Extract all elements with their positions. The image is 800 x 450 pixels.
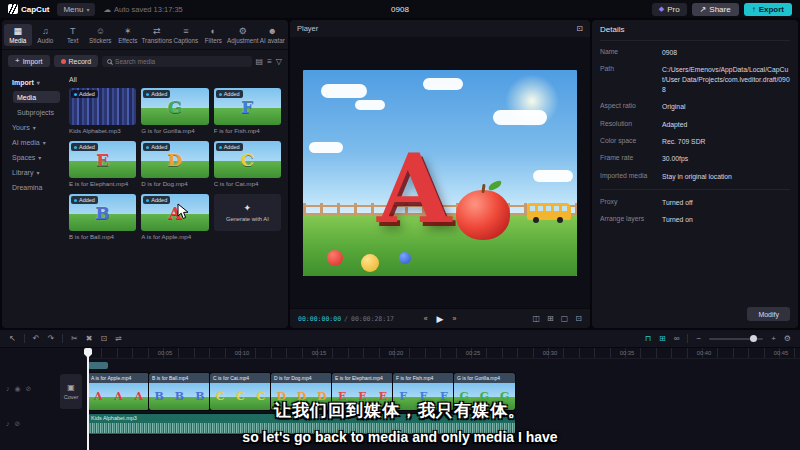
filter-icon[interactable]: ▽	[276, 57, 282, 66]
magnet-icon[interactable]: ⊓	[645, 334, 651, 343]
sidebar-item-library[interactable]: Library▾	[8, 166, 60, 178]
generate-ai-card[interactable]: ✦Generate with AI	[214, 194, 281, 240]
record-icon	[61, 59, 66, 64]
search-box[interactable]	[102, 56, 252, 67]
redo-icon[interactable]: ↷	[47, 334, 54, 343]
sidebar-item-ai-media[interactable]: AI media▾	[8, 136, 60, 148]
modify-button[interactable]: Modify	[747, 307, 790, 321]
video-track-head: ♪ ◉ ⊘	[6, 385, 31, 393]
ratio-icon[interactable]: ▢	[561, 314, 569, 323]
export-button[interactable]: ↑ Export	[744, 3, 792, 16]
tab-adjustment[interactable]: ⚙Adjustment	[227, 24, 259, 46]
expand-player-icon[interactable]: ⊡	[577, 24, 583, 33]
previous-frame-icon[interactable]: «	[424, 315, 428, 322]
lock-track-icon[interactable]: ⊘	[15, 420, 21, 428]
thumbnail-letter: G	[168, 97, 183, 117]
zoom-slider[interactable]	[709, 338, 763, 340]
timeline-settings-icon[interactable]: ⚙	[784, 334, 791, 343]
grid-view-icon[interactable]: ▤	[256, 57, 264, 66]
sidebar-item-label: Subprojects	[17, 109, 54, 116]
media-item[interactable]: DAddedD is for Dog.mp4	[141, 141, 208, 187]
share-button[interactable]: ↗ Share	[692, 3, 739, 16]
crop-icon[interactable]: ⊡	[101, 334, 108, 343]
media-item[interactable]: AAddedA is for Apple.mp4	[141, 194, 208, 240]
filmstrip-letter: A	[135, 390, 144, 403]
tab-transitions[interactable]: ⇄Transitions	[142, 24, 173, 46]
media-item[interactable]: GAddedG is for Gorilla.mp4	[141, 88, 208, 134]
player-controls: 00:00:00:00 / 00:00:28:17 « ▶ » ◫ ⊞ ▢ ⊡	[290, 308, 590, 328]
zoom-out-icon[interactable]: −	[696, 334, 701, 343]
timeline-video-clip[interactable]: E is for Elephant.mp4EEE	[332, 373, 393, 410]
clip-filmstrip: AAA	[88, 383, 149, 410]
zoom-in-icon[interactable]: +	[771, 334, 776, 343]
undo-icon[interactable]: ↶	[33, 334, 40, 343]
timeline-ruler[interactable]: 00:0500:1000:1500:2000:2500:3000:3500:40…	[86, 348, 800, 359]
video-frame[interactable]: A	[303, 70, 577, 276]
media-item[interactable]: CAddedC is for Cat.mp4	[214, 141, 281, 187]
sidebar-item-import[interactable]: Import▾	[8, 76, 60, 88]
tab-captions[interactable]: ≡Captions	[172, 24, 200, 46]
record-button[interactable]: Record	[54, 55, 99, 67]
transport-controls: « ▶ »	[424, 314, 457, 324]
sidebar-item-subprojects[interactable]: Subprojects	[13, 106, 60, 118]
capcut-logo[interactable]: CapCut	[8, 4, 49, 14]
media-item[interactable]: BAddedB is for Ball.mp4	[69, 194, 136, 240]
timeline-video-clip[interactable]: F is for Fish.mp4FFF	[393, 373, 454, 410]
zoom-slider-thumb[interactable]	[750, 335, 757, 342]
select-tool-icon[interactable]: ↖	[9, 334, 16, 343]
import-button[interactable]: + Import	[8, 55, 50, 67]
filmstrip-letter: F	[399, 390, 407, 403]
list-view-icon[interactable]: ≡	[267, 57, 272, 66]
menu-label: Menu	[63, 5, 83, 14]
timeline-toolbar: ↖ ↶ ↷ ✂ ✖ ⊡ ⇌ ⊓ ⊞ ∞ − + ⚙	[0, 330, 800, 348]
tab-text[interactable]: TText	[59, 24, 87, 46]
tab-filters[interactable]: ◐Filters	[200, 24, 228, 46]
timeline-video-clip[interactable]: G is for Gorilla.mp4GGG	[454, 373, 515, 410]
hide-track-icon[interactable]: ◉	[15, 385, 21, 393]
timeline-video-clip[interactable]: D is for Dog.mp4DDD	[271, 373, 332, 410]
timeline-video-clip[interactable]: A is for Apple.mp4AAA	[88, 373, 149, 410]
compare-icon[interactable]: ◫	[532, 314, 540, 323]
delete-icon[interactable]: ✖	[86, 334, 93, 343]
sidebar-item-yours[interactable]: Yours▾	[8, 121, 60, 133]
cover-button[interactable]: ▣ Cover	[60, 374, 82, 409]
tab-media[interactable]: ▦Media	[4, 24, 32, 46]
tab-stickers[interactable]: ☺Stickers	[87, 24, 115, 46]
sidebar-item-dreamina[interactable]: Dreamina	[8, 181, 60, 193]
lock-track-icon[interactable]: ⊘	[26, 385, 32, 393]
media-item[interactable]: AddedKids Alphabet.mp3	[69, 88, 136, 134]
mirror-icon[interactable]: ⇌	[115, 334, 122, 343]
mute-track-icon[interactable]: ♪	[6, 420, 10, 428]
timeline-audio-clip[interactable]: Kids Alphabet.mp3	[88, 414, 515, 434]
playhead[interactable]	[87, 348, 89, 450]
timeline-video-clip[interactable]: C is for Cat.mp4CCC	[210, 373, 271, 410]
grid-overlay-icon[interactable]: ⊞	[547, 314, 554, 323]
snap-icon[interactable]: ⊞	[659, 334, 666, 343]
cloud-icon: ☁	[103, 5, 111, 14]
split-icon[interactable]: ✂	[71, 334, 78, 343]
media-item-name: F is for Fish.mp4	[214, 127, 281, 134]
media-item[interactable]: FAddedF is for Fish.mp4	[214, 88, 281, 134]
mute-track-icon[interactable]: ♪	[6, 385, 10, 393]
timeline-video-clip[interactable]: B is for Ball.mp4BBB	[149, 373, 210, 410]
next-frame-icon[interactable]: »	[452, 315, 456, 322]
link-icon[interactable]: ∞	[674, 334, 680, 343]
search-input[interactable]	[115, 58, 247, 65]
ruler-label: 00:40	[697, 350, 712, 356]
autosave-label: Auto saved 13:17:35	[114, 5, 183, 14]
filmstrip-letter: E	[338, 390, 346, 403]
tab-audio[interactable]: ♫Audio	[32, 24, 60, 46]
caption-clip[interactable]	[88, 362, 108, 369]
media-item[interactable]: EAddedE is for Elephant.mp4	[69, 141, 136, 187]
import-label: Import	[23, 58, 43, 65]
play-icon[interactable]: ▶	[437, 314, 444, 324]
menu-button[interactable]: Menu ▾	[57, 3, 95, 16]
pro-badge[interactable]: ◆ Pro	[652, 3, 687, 16]
sidebar-item-media[interactable]: Media	[13, 91, 60, 103]
filmstrip-letter: G	[500, 390, 509, 403]
tab-ai-avatar[interactable]: ☻AI avatar	[259, 24, 287, 46]
detail-label: Frame rate	[600, 154, 656, 164]
fullscreen-icon[interactable]: ⊡	[575, 314, 582, 323]
sidebar-item-spaces[interactable]: Spaces▾	[8, 151, 60, 163]
tab-effects[interactable]: ✶Effects	[114, 24, 142, 46]
